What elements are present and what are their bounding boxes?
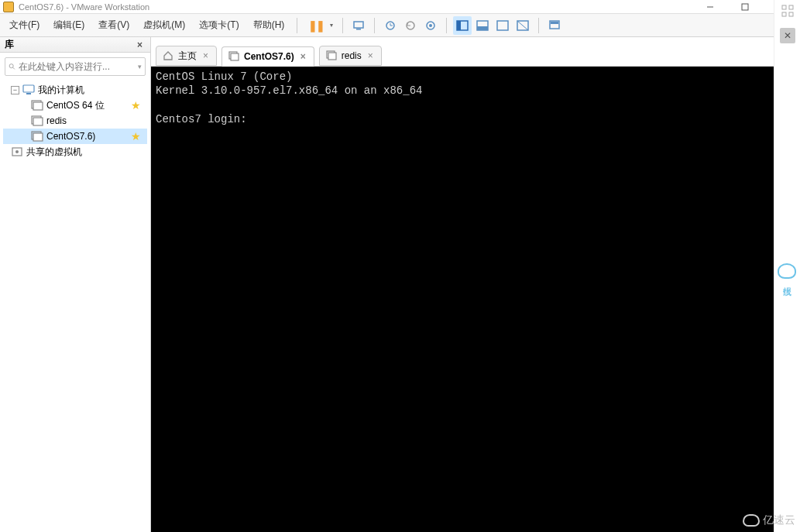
svg-rect-23 [23,85,34,92]
console-line: CentOS Linux 7 (Core) [156,70,292,83]
svg-rect-39 [782,12,786,16]
svg-rect-34 [231,53,239,60]
menu-view[interactable]: 查看(V) [92,15,136,35]
svg-rect-40 [789,12,793,16]
search-input[interactable] [19,61,135,72]
tree-label: 共享的虚拟机 [26,146,82,159]
svg-rect-1 [742,4,748,10]
search-icon [9,61,15,72]
snapshot-take-icon[interactable] [381,16,400,35]
pause-icon[interactable]: ❚❚ [307,16,325,35]
tree-item-centos64[interactable]: CentOS 64 位 ★ [3,98,147,113]
menubar: 文件(F) 编辑(E) 查看(V) 虚拟机(M) 选项卡(T) 帮助(H) ❚❚… [0,14,800,37]
vm-icon [31,131,43,142]
cloud-icon [778,263,796,279]
view-console-icon[interactable] [545,16,564,35]
svg-rect-20 [551,22,558,24]
sidebar-title: 库 [5,38,14,51]
view-sidebar-icon[interactable] [453,16,472,35]
tabbar: 主页 × CentOS7.6) × redis × [151,37,800,67]
vm-icon [31,115,43,126]
tab-redis[interactable]: redis × [319,46,382,66]
svg-rect-15 [477,26,488,30]
menu-edit[interactable]: 编辑(E) [47,15,91,35]
tree-shared-vms[interactable]: 共享的虚拟机 [3,144,147,160]
tab-centos76[interactable]: CentOS7.6) × [221,46,314,67]
tree-collapse-icon[interactable]: − [11,86,19,94]
tab-close-icon[interactable]: × [201,50,210,61]
separator [446,18,447,33]
menu-vm[interactable]: 虚拟机(M) [137,15,191,35]
search-dropdown-icon[interactable]: ▾ [138,63,142,70]
sidebar-header: 库 × [0,37,150,53]
tab-home[interactable]: 主页 × [156,46,217,66]
view-fullscreen-icon[interactable] [493,16,512,35]
tab-label: CentOS7.6) [244,51,294,62]
console-prompt: Centos7 login: [156,113,247,125]
sidebar: 库 × ▾ − 我的计算机 CentOS 64 位 ★ [0,37,151,532]
vm-icon [228,51,239,62]
window-title: CentOS7.6) - VMware Workstation [19,2,149,12]
tree-label: redis [46,115,67,126]
content-area: 主页 × CentOS7.6) × redis × CentOS Linux 7… [151,37,800,532]
float-badge[interactable]: 线报 [775,263,798,280]
svg-point-11 [429,24,432,27]
svg-line-18 [517,21,528,30]
tree-label: CentOS7.6) [46,131,95,142]
svg-rect-26 [33,102,43,110]
maximize-button[interactable] [727,1,762,13]
tree-item-centos76[interactable]: CentOS7.6) ★ [3,129,147,144]
tab-label: 主页 [178,50,197,63]
svg-rect-30 [33,133,43,141]
menu-tabs[interactable]: 选项卡(T) [193,15,245,35]
svg-rect-38 [789,5,793,9]
vm-icon [31,100,43,111]
svg-line-22 [13,67,15,69]
snapshot-manager-icon[interactable] [421,16,440,35]
tree-label: 我的计算机 [38,84,84,97]
vm-icon [326,50,337,61]
svg-rect-37 [782,5,786,9]
snapshot-revert-icon[interactable] [401,16,420,35]
menu-help[interactable]: 帮助(H) [247,15,291,35]
console-line: Kernel 3.10.0-957.el7.x86_64 on an x86_6… [156,84,422,97]
home-icon [163,50,173,61]
separator [297,18,297,33]
favorite-star-icon[interactable]: ★ [131,130,141,142]
view-unity-icon[interactable] [513,16,532,35]
svg-rect-13 [457,21,461,30]
separator [342,18,343,33]
search-box[interactable]: ▾ [5,57,146,76]
tree-root-my-computer[interactable]: − 我的计算机 [3,82,147,98]
vm-console[interactable]: CentOS Linux 7 (Core) Kernel 3.10.0-957.… [151,67,800,532]
tree-label: CentOS 64 位 [46,99,105,112]
main-area: 库 × ▾ − 我的计算机 CentOS 64 位 ★ [0,37,800,532]
svg-rect-5 [356,29,361,30]
svg-rect-28 [33,118,43,125]
power-dropdown[interactable]: ▾ [330,22,333,29]
vm-tree: − 我的计算机 CentOS 64 位 ★ redis [0,81,150,161]
shared-icon [11,146,23,157]
svg-point-32 [15,150,19,153]
svg-rect-4 [354,22,363,28]
send-ctrl-alt-del-icon[interactable] [349,16,368,35]
app-icon [3,2,14,12]
computer-icon [22,84,35,95]
svg-rect-36 [328,53,336,60]
favorite-star-icon[interactable]: ★ [131,99,141,112]
svg-rect-16 [497,21,508,30]
tab-close-icon[interactable]: × [299,51,307,62]
titlebar: CentOS7.6) - VMware Workstation [0,0,800,14]
tab-close-icon[interactable]: × [366,50,375,61]
tree-item-redis[interactable]: redis [3,113,147,129]
sidebar-close-icon[interactable]: × [134,39,146,50]
grid-icon[interactable] [781,5,794,19]
tab-label: redis [342,50,362,61]
separator [538,18,539,33]
view-thumbnail-icon[interactable] [473,16,492,35]
svg-rect-24 [26,93,31,94]
menu-file[interactable]: 文件(F) [3,15,46,35]
minimize-button[interactable] [692,1,727,13]
panel-close-icon[interactable]: ✕ [780,28,795,43]
separator [374,18,375,33]
